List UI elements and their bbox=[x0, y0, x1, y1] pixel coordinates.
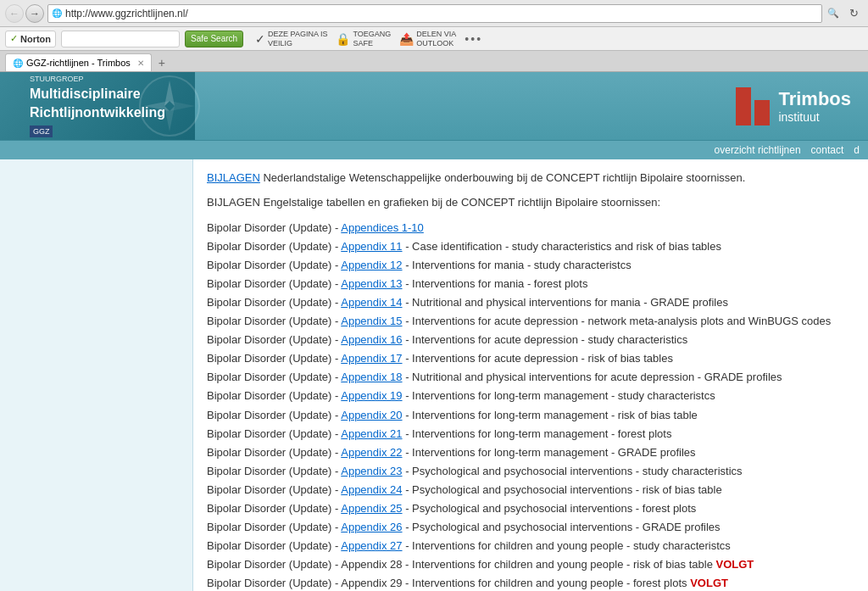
volgt-badge: VOLGT bbox=[690, 577, 728, 589]
appendix-item: Bipolar Disorder (Update) - Appendix 26 … bbox=[207, 518, 831, 537]
appendix-link[interactable]: Appendix 17 bbox=[341, 352, 402, 365]
appendix-prefix: Bipolar Disorder (Update) - Appendix 29 … bbox=[207, 577, 690, 589]
appendix-suffix: - Psychological and psychosocial interve… bbox=[403, 521, 721, 533]
appendix-prefix: Bipolar Disorder (Update) - bbox=[207, 296, 341, 309]
appendix-prefix: Bipolar Disorder (Update) - bbox=[207, 277, 341, 290]
toolbar-more-button[interactable]: ••• bbox=[465, 32, 482, 46]
appendix-link[interactable]: Appendix 21 bbox=[341, 427, 402, 440]
appendix-prefix: Bipolar Disorder (Update) - bbox=[207, 446, 341, 459]
norton-search-input[interactable] bbox=[65, 34, 159, 44]
appendix-suffix: - Interventions for acute depression - s… bbox=[403, 333, 688, 346]
norton-badge: ✓ Norton bbox=[5, 31, 56, 47]
appendix-link[interactable]: Appendix 23 bbox=[341, 465, 402, 477]
tab-ggz[interactable]: 🌐 GGZ-richtlijnen - Trimbos ✕ bbox=[5, 53, 152, 71]
norton-label: Norton bbox=[20, 34, 51, 44]
appendix-item: Bipolar Disorder (Update) - Appendix 17 … bbox=[207, 349, 831, 368]
address-search-button[interactable]: 🔍 bbox=[826, 6, 841, 21]
new-tab-button[interactable]: + bbox=[153, 53, 170, 71]
volgt-badge: VOLGT bbox=[716, 558, 754, 571]
appendix-link[interactable]: Appendix 14 bbox=[341, 296, 402, 309]
stuurgroep-label: STUURGROEP bbox=[30, 74, 165, 85]
appendix-suffix: - Interventions for acute depression - n… bbox=[403, 315, 832, 327]
appendix-prefix: Bipolar Disorder (Update) - bbox=[207, 465, 341, 477]
appendix-prefix: Bipolar Disorder (Update) - bbox=[207, 352, 341, 365]
content-section: BIJLAGEN Nederlandstalige Wetenschappeli… bbox=[207, 170, 831, 591]
appendix-link[interactable]: Appendices 1-10 bbox=[341, 221, 424, 234]
appendix-item: Bipolar Disorder (Update) - Appendix 13 … bbox=[207, 275, 831, 293]
nav-contact[interactable]: contact bbox=[811, 144, 844, 156]
toolbar-label-veilig: DEZE PAGINA ISVEILIG bbox=[268, 30, 327, 48]
url-text: http://www.ggzrichtlijnen.nl/ bbox=[65, 8, 818, 20]
appendix-item: Bipolar Disorder (Update) - Appendix 20 … bbox=[207, 406, 831, 425]
appendix-item: Bipolar Disorder (Update) - Appendix 18 … bbox=[207, 368, 831, 387]
norton-search-field[interactable] bbox=[61, 31, 180, 47]
appendix-item: Bipolar Disorder (Update) - Appendix 24 … bbox=[207, 481, 831, 499]
appendix-link[interactable]: Appendix 22 bbox=[341, 446, 402, 459]
appendix-link[interactable]: Appendix 18 bbox=[341, 371, 402, 383]
trimbos-main-name: Trimbos bbox=[778, 88, 851, 110]
appendix-link[interactable]: Appendix 13 bbox=[341, 277, 402, 290]
toolbar-item-veilig[interactable]: ✓ DEZE PAGINA ISVEILIG bbox=[255, 30, 327, 48]
appendix-prefix: Bipolar Disorder (Update) - bbox=[207, 371, 341, 383]
trimbos-bar1 bbox=[736, 87, 751, 125]
appendix-suffix: - Psychological and psychosocial interve… bbox=[403, 483, 722, 496]
appendix-link[interactable]: Appendix 24 bbox=[341, 483, 402, 496]
appendix-link[interactable]: Appendix 19 bbox=[341, 389, 402, 402]
sidebar bbox=[0, 159, 193, 591]
forward-button[interactable]: → bbox=[25, 4, 44, 23]
appendix-item: Bipolar Disorder (Update) - Appendix 16 … bbox=[207, 331, 831, 349]
appendix-suffix: - Nutritional and physical interventions… bbox=[403, 296, 728, 309]
tab-title: GGZ-richtlijnen - Trimbos bbox=[26, 58, 131, 68]
appendix-suffix: - Interventions for long-term management… bbox=[403, 427, 672, 440]
toolbar-item-outlook[interactable]: 📤 DELEN VIAOUTLOOK bbox=[399, 30, 456, 48]
appendix-suffix: - Interventions for acute depression - r… bbox=[403, 352, 673, 365]
refresh-button[interactable]: ↻ bbox=[844, 4, 863, 23]
appendix-suffix: - Interventions for long-term management… bbox=[403, 446, 696, 459]
appendix-item: Bipolar Disorder (Update) - Appendix 19 … bbox=[207, 387, 831, 405]
appendix-link[interactable]: Appendix 16 bbox=[341, 333, 402, 346]
appendix-link[interactable]: Appendix 20 bbox=[341, 409, 402, 421]
browser-toolbar: ← → 🌐 http://www.ggzrichtlijnen.nl/ 🔍 ↻ bbox=[0, 0, 868, 27]
nav-strip: overzicht richtlijnen contact d bbox=[0, 140, 868, 159]
toolbar-second: ✓ Norton Safe Search ✓ DEZE PAGINA ISVEI… bbox=[0, 27, 868, 51]
svg-marker-4 bbox=[170, 101, 195, 111]
appendix-suffix: - Interventions for children and young p… bbox=[403, 539, 731, 552]
tab-close-button[interactable]: ✕ bbox=[137, 59, 144, 68]
back-button[interactable]: ← bbox=[5, 4, 24, 23]
appendix-suffix: - Interventions for long-term management… bbox=[403, 389, 715, 402]
section-intro: BIJLAGEN Engelstalige tabellen en grafie… bbox=[207, 194, 831, 212]
svg-marker-3 bbox=[144, 101, 170, 111]
nav-overzicht[interactable]: overzicht richtlijnen bbox=[715, 144, 801, 156]
appendix-suffix: - Interventions for long-term management… bbox=[403, 409, 698, 421]
appendix-link[interactable]: Appendix 26 bbox=[341, 521, 402, 533]
section-intro-text: BIJLAGEN Engelstalige tabellen en grafie… bbox=[207, 196, 660, 209]
appendix-link[interactable]: Appendix 11 bbox=[341, 240, 402, 253]
main-layout: BIJLAGEN Nederlandstalige Wetenschappeli… bbox=[0, 159, 868, 591]
appendix-prefix: Bipolar Disorder (Update) - bbox=[207, 221, 341, 234]
appendix-item: Bipolar Disorder (Update) - Appendix 25 … bbox=[207, 499, 831, 518]
bijlagen-link[interactable]: BIJLAGEN bbox=[207, 171, 260, 184]
appendix-link[interactable]: Appendix 12 bbox=[341, 259, 402, 271]
appendix-link[interactable]: Appendix 25 bbox=[341, 502, 402, 515]
share-icon: 📤 bbox=[399, 32, 414, 46]
norton-check-icon: ✓ bbox=[10, 33, 18, 44]
appendix-item: Bipolar Disorder (Update) - Appendix 22 … bbox=[207, 443, 831, 462]
appendix-prefix: Bipolar Disorder (Update) - bbox=[207, 521, 341, 533]
tab-bar: 🌐 GGZ-richtlijnen - Trimbos ✕ + bbox=[0, 51, 868, 71]
tab-favicon: 🌐 bbox=[13, 59, 23, 68]
appendix-prefix: Bipolar Disorder (Update) - bbox=[207, 315, 341, 327]
header-right: Trimbos instituut bbox=[736, 87, 868, 125]
appendix-item: Bipolar Disorder (Update) - Appendix 21 … bbox=[207, 425, 831, 443]
appendix-suffix: - Psychological and psychosocial interve… bbox=[403, 465, 743, 477]
safe-search-button[interactable]: Safe Search bbox=[185, 31, 243, 47]
appendix-prefix: Bipolar Disorder (Update) - bbox=[207, 483, 341, 496]
lock-icon: 🔒 bbox=[336, 32, 350, 46]
address-bar[interactable]: 🌐 http://www.ggzrichtlijnen.nl/ bbox=[47, 4, 822, 23]
trimbos-sub-name: instituut bbox=[778, 110, 851, 124]
appendix-item: Bipolar Disorder (Update) - Appendix 15 … bbox=[207, 312, 831, 331]
appendix-link[interactable]: Appendix 27 bbox=[341, 539, 402, 552]
toolbar-item-toegang[interactable]: 🔒 TOEGANGSAFE bbox=[336, 30, 391, 48]
appendix-prefix: Bipolar Disorder (Update) - Appendix 28 … bbox=[207, 558, 716, 571]
appendix-link[interactable]: Appendix 15 bbox=[341, 315, 402, 327]
nav-other[interactable]: d bbox=[854, 144, 860, 156]
